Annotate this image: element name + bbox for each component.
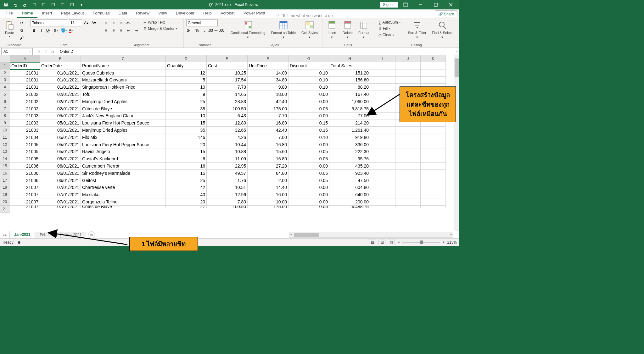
cell[interactable]: 167.40 <box>329 91 370 98</box>
cell[interactable]: 10 <box>166 84 207 91</box>
signin-button[interactable]: Sign in <box>380 2 398 8</box>
cell[interactable]: 12 <box>166 69 207 77</box>
close-icon[interactable] <box>444 0 458 9</box>
cell-styles-button[interactable]: Cell Styles▾ <box>300 19 320 40</box>
cell[interactable]: 0.05 <box>288 105 329 113</box>
cell[interactable]: 21003 <box>10 113 40 120</box>
cell[interactable]: 10.51 <box>207 184 248 191</box>
cell[interactable]: 21007 <box>10 191 40 198</box>
sheet-nav-next-icon[interactable]: ▸ <box>5 233 7 237</box>
cell[interactable]: 21005 <box>10 148 40 156</box>
paste-button[interactable]: Paste▾ <box>3 19 16 39</box>
column-header[interactable]: I <box>370 55 395 62</box>
cell[interactable]: 07/01/2021 <box>40 198 81 206</box>
cell[interactable] <box>370 184 395 191</box>
qat-customize-icon[interactable]: ▾ <box>77 1 86 8</box>
cell[interactable]: 16.00 <box>248 191 288 198</box>
cell[interactable]: 42.40 <box>248 98 288 105</box>
cell[interactable] <box>395 148 421 156</box>
sheet-nav-prev-icon[interactable]: ◂ <box>3 233 4 237</box>
row-header[interactable]: 14 <box>0 155 10 163</box>
italic-button[interactable]: I <box>38 27 45 34</box>
qat-btn[interactable] <box>40 1 48 8</box>
cell[interactable]: 32.65 <box>207 127 248 134</box>
row-header[interactable]: 15 <box>0 163 10 170</box>
cell[interactable]: 25 <box>166 98 207 105</box>
cell[interactable]: 02/01/2021 <box>40 105 81 113</box>
cell[interactable]: 06/01/2021 <box>40 163 81 170</box>
ribbon-options-icon[interactable] <box>398 0 413 9</box>
cell[interactable]: 02/01/2021 <box>40 91 81 98</box>
cell[interactable] <box>395 170 421 177</box>
align-center-icon[interactable]: ≡ <box>110 27 117 34</box>
cell[interactable]: 7.80 <box>207 198 248 206</box>
cell[interactable]: Côtes de Blaye <box>81 206 166 208</box>
align-left-icon[interactable]: ≡ <box>103 27 109 34</box>
ribbon-tab-acrobat[interactable]: Acrobat <box>216 9 239 18</box>
cell[interactable] <box>370 198 395 206</box>
cell[interactable]: 4,488.75 <box>329 206 370 208</box>
decrease-font-icon[interactable]: A▾ <box>90 19 97 26</box>
cell[interactable]: Louisiana Fiery Hot Pepper Sauce <box>81 119 166 127</box>
cell[interactable]: 64.80 <box>248 170 288 177</box>
cell[interactable]: 0.05 <box>288 177 329 184</box>
cell[interactable]: 151.20 <box>329 69 370 77</box>
row-header[interactable]: 7 <box>0 105 10 113</box>
cell[interactable]: 20 <box>166 198 207 206</box>
cell[interactable]: 15 <box>166 119 207 127</box>
insert-cells-button[interactable]: Insert▾ <box>325 19 339 40</box>
row-header[interactable]: 19 <box>0 191 10 198</box>
cell[interactable]: 16 <box>166 163 207 170</box>
enter-formula-icon[interactable]: ✓ <box>43 49 49 54</box>
cell[interactable] <box>395 77 421 84</box>
cell[interactable]: 7.70 <box>248 113 288 120</box>
cell[interactable]: 1.76 <box>207 177 248 184</box>
cell[interactable]: 12.80 <box>207 119 248 127</box>
cell[interactable] <box>370 62 395 69</box>
ribbon-tab-page-layout[interactable]: Page Layout <box>57 9 88 18</box>
cell[interactable]: 1,060.00 <box>329 98 370 105</box>
cell[interactable] <box>421 62 446 69</box>
cell[interactable]: 21003 <box>10 127 40 134</box>
cell[interactable]: 640.00 <box>329 191 370 198</box>
ribbon-tab-insert[interactable]: Insert <box>37 9 57 18</box>
decrease-decimal-icon[interactable]: ←.00 <box>216 27 223 34</box>
cell[interactable]: 0.00 <box>288 91 329 98</box>
cell[interactable] <box>370 177 395 184</box>
share-button[interactable]: 🔗 Share <box>435 10 457 18</box>
ribbon-tab-developer[interactable]: Developer <box>171 9 199 18</box>
column-header[interactable]: B <box>40 55 81 62</box>
row-header[interactable]: 2 <box>0 69 10 77</box>
cell[interactable]: Filo Mix <box>81 134 166 141</box>
cell[interactable]: 12.96 <box>207 191 248 198</box>
cell[interactable] <box>421 148 446 156</box>
format-painter-icon[interactable]: 🖌 <box>18 35 25 41</box>
cell[interactable]: 20 <box>166 141 207 148</box>
cell[interactable]: 0.00 <box>288 141 329 148</box>
cell[interactable]: 01/01/2021 <box>40 69 81 77</box>
cell[interactable]: 10.00 <box>248 198 288 206</box>
find-select-button[interactable]: Find & Select▾ <box>430 19 454 40</box>
column-header[interactable]: E <box>207 55 248 62</box>
cell[interactable] <box>421 141 446 148</box>
ribbon-tab-home[interactable]: Home <box>17 9 37 18</box>
cell[interactable]: 15 <box>166 170 207 177</box>
increase-font-icon[interactable]: A▴ <box>83 19 90 26</box>
cell[interactable]: Ravioli Angelo <box>81 148 166 156</box>
cell[interactable]: 9 <box>166 91 207 98</box>
merge-center-button[interactable]: ⊟ Merge & Center ▾ <box>142 26 181 31</box>
cell[interactable]: 21007 <box>10 206 40 208</box>
cell[interactable]: 47.50 <box>329 177 370 184</box>
cell[interactable] <box>421 170 446 177</box>
cell[interactable]: Maxilaku <box>81 191 166 198</box>
cell[interactable]: 0.05 <box>288 206 329 208</box>
borders-icon[interactable]: ⊞▾ <box>53 27 60 34</box>
conditional-formatting-button[interactable]: Conditional Formatting▾ <box>229 19 267 40</box>
cell[interactable]: 40 <box>166 191 207 198</box>
cell[interactable]: 10.25 <box>207 69 248 77</box>
cell[interactable]: 10.44 <box>207 141 248 148</box>
increase-indent-icon[interactable]: ⇥ <box>133 27 140 34</box>
cell[interactable] <box>395 141 421 148</box>
cell[interactable]: 88.20 <box>329 84 370 91</box>
cell[interactable] <box>370 77 395 84</box>
